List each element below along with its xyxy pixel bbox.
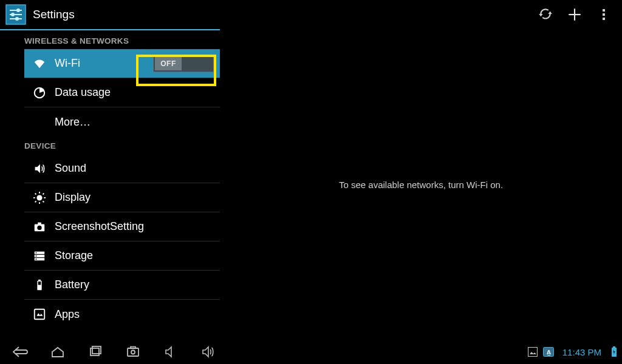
sidebar-item-screenshot[interactable]: ScreenshotSetting <box>24 212 220 241</box>
sidebar-item-battery[interactable]: Battery <box>24 271 220 300</box>
apps-icon <box>33 308 55 321</box>
content-area: WIRELESS & NETWORKS Wi-Fi OFF Data usage… <box>0 29 622 340</box>
svg-point-38 <box>131 351 135 354</box>
svg-rect-10 <box>603 13 605 16</box>
system-navbar: A̲ 11:43 PM <box>0 340 622 364</box>
refresh-wps-button[interactable] <box>531 0 560 29</box>
svg-rect-41 <box>528 348 537 357</box>
add-network-button[interactable] <box>560 0 589 29</box>
sidebar-item-storage[interactable]: Storage <box>24 241 220 271</box>
sidebar-item-label: ScreenshotSetting <box>55 220 144 233</box>
sidebar-item-apps[interactable]: Apps <box>24 300 220 329</box>
sidebar-item-display[interactable]: Display <box>24 183 220 212</box>
wifi-icon <box>33 57 55 70</box>
overflow-menu-button[interactable] <box>589 0 618 29</box>
sidebar-item-label: Apps <box>55 308 80 321</box>
volume-up-button[interactable] <box>190 340 227 364</box>
svg-rect-11 <box>603 18 605 20</box>
section-header-wireless: WIRELESS & NETWORKS <box>24 32 220 49</box>
svg-point-5 <box>11 13 15 16</box>
sidebar-item-label: More… <box>55 116 91 129</box>
sidebar-item-label: Data usage <box>55 86 111 99</box>
detail-message: To see available networks, turn Wi-Fi on… <box>339 180 503 190</box>
svg-rect-45 <box>613 346 615 348</box>
svg-text:A̲: A̲ <box>546 349 550 356</box>
detail-pane: To see available networks, turn Wi-Fi on… <box>220 29 622 340</box>
section-header-device: DEVICE <box>24 136 220 154</box>
wifi-toggle[interactable]: OFF <box>153 55 214 72</box>
wifi-toggle-knob: OFF <box>155 57 182 70</box>
svg-rect-23 <box>38 222 41 224</box>
svg-rect-33 <box>38 281 41 285</box>
svg-rect-34 <box>35 309 45 320</box>
ime-notification-icon[interactable]: A̲ <box>543 346 554 357</box>
sound-icon <box>33 162 55 175</box>
sidebar-item-label: Display <box>55 191 91 204</box>
back-button[interactable] <box>1 340 39 364</box>
data-usage-icon <box>33 86 55 99</box>
recent-apps-button[interactable] <box>77 340 114 364</box>
settings-sidebar: WIRELESS & NETWORKS Wi-Fi OFF Data usage… <box>0 29 220 340</box>
svg-point-6 <box>15 17 19 21</box>
svg-point-24 <box>37 225 41 229</box>
svg-rect-9 <box>603 9 605 12</box>
svg-point-28 <box>36 252 37 253</box>
volume-down-button[interactable] <box>152 340 190 364</box>
status-clock[interactable]: 11:43 PM <box>562 347 601 357</box>
display-icon <box>33 191 55 204</box>
svg-point-30 <box>36 258 37 260</box>
settings-app-icon <box>4 2 28 27</box>
sidebar-item-more[interactable]: More… <box>24 107 220 136</box>
sidebar-item-data-usage[interactable]: Data usage <box>24 78 220 107</box>
picture-notification-icon[interactable] <box>527 346 538 357</box>
storage-icon <box>33 249 55 263</box>
sidebar-item-label: Storage <box>55 249 93 262</box>
svg-rect-32 <box>38 279 41 281</box>
svg-point-29 <box>36 255 37 257</box>
page-title: Settings <box>33 8 75 21</box>
sidebar-item-label: Wi-Fi <box>55 57 80 70</box>
camera-icon <box>33 220 55 234</box>
svg-rect-8 <box>569 14 581 15</box>
battery-icon <box>33 278 55 292</box>
action-bar: Settings <box>0 0 622 29</box>
sidebar-item-sound[interactable]: Sound <box>24 154 220 183</box>
svg-rect-37 <box>128 348 138 356</box>
svg-line-40 <box>173 351 175 353</box>
svg-line-20 <box>35 201 36 202</box>
svg-point-4 <box>16 8 20 12</box>
svg-rect-39 <box>131 347 135 349</box>
svg-line-19 <box>43 201 44 202</box>
svg-line-21 <box>43 193 44 194</box>
screenshot-button[interactable] <box>114 340 152 364</box>
sidebar-item-wifi[interactable]: Wi-Fi OFF <box>24 49 220 78</box>
svg-point-13 <box>36 195 42 200</box>
battery-charging-icon <box>609 346 620 357</box>
svg-line-18 <box>35 193 36 194</box>
sidebar-item-label: Sound <box>55 162 86 175</box>
home-button[interactable] <box>39 340 77 364</box>
sidebar-item-label: Battery <box>55 278 89 291</box>
